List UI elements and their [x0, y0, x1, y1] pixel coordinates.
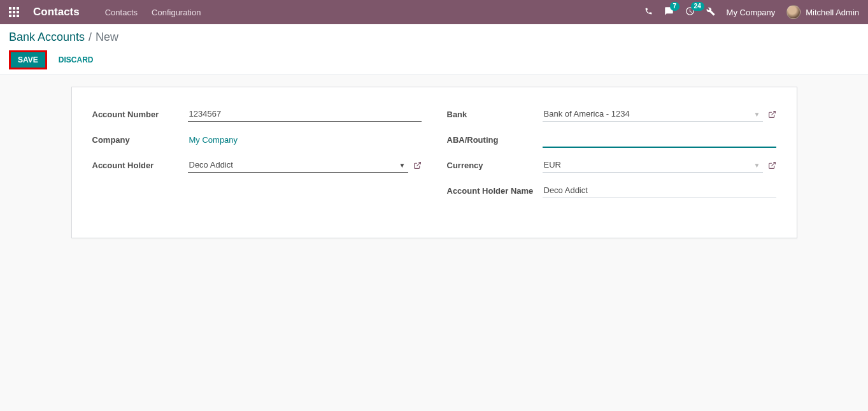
row-account-number: Account Number — [92, 105, 422, 123]
svg-line-2 — [771, 162, 775, 166]
label-account-holder: Account Holder — [92, 161, 188, 170]
label-currency: Currency — [447, 161, 543, 170]
row-bank: Bank ▼ — [447, 105, 776, 123]
account-number-input[interactable] — [188, 106, 422, 122]
save-highlight: Save — [9, 50, 47, 69]
button-row: Save Discard — [9, 50, 859, 69]
breadcrumb-parent[interactable]: Bank Accounts — [9, 31, 85, 44]
external-link-icon[interactable] — [768, 110, 776, 119]
label-company: Company — [92, 135, 188, 145]
navbar: Contacts Contacts Configuration 7 24 My … — [0, 0, 868, 24]
row-aba-routing: ABA/Routing — [447, 131, 776, 148]
messages-badge: 7 — [670, 2, 680, 11]
nav-right: 7 24 My Company Mitchell Admin — [644, 5, 859, 19]
label-holder-name: Account Holder Name — [447, 186, 543, 196]
account-holder-input[interactable] — [188, 157, 408, 173]
form-col-left: Account Number Company My Company Accoun… — [92, 105, 422, 207]
currency-input[interactable] — [543, 157, 763, 173]
nav-item-configuration[interactable]: Configuration — [152, 8, 201, 17]
tools-icon[interactable] — [706, 7, 715, 18]
svg-line-1 — [771, 111, 775, 115]
phone-icon[interactable] — [644, 7, 653, 17]
label-aba-routing: ABA/Routing — [447, 135, 543, 145]
user-menu[interactable]: Mitchell Admin — [786, 5, 859, 19]
messaging-icon[interactable]: 7 — [664, 6, 674, 18]
external-link-icon[interactable] — [768, 161, 776, 169]
activities-icon[interactable]: 24 — [685, 6, 695, 18]
form-columns: Account Number Company My Company Accoun… — [92, 105, 776, 207]
nav-item-contacts[interactable]: Contacts — [105, 8, 138, 17]
control-bar: Bank Accounts / New Save Discard — [0, 24, 868, 75]
content-area: Account Number Company My Company Accoun… — [0, 75, 868, 250]
activities-badge: 24 — [691, 2, 704, 11]
discard-button[interactable]: Discard — [52, 52, 100, 68]
holder-name-input[interactable] — [543, 183, 776, 198]
breadcrumb: Bank Accounts / New — [9, 31, 859, 44]
avatar-icon — [786, 5, 800, 19]
label-account-number: Account Number — [92, 110, 188, 119]
company-link[interactable]: My Company — [188, 133, 239, 147]
nav-left: Contacts Contacts Configuration — [9, 6, 201, 18]
breadcrumb-sep: / — [89, 31, 92, 44]
aba-routing-input[interactable] — [543, 132, 776, 148]
svg-line-0 — [416, 162, 420, 166]
bank-input[interactable] — [543, 106, 763, 122]
row-company: Company My Company — [92, 131, 422, 148]
company-switcher[interactable]: My Company — [727, 8, 776, 17]
row-holder-name: Account Holder Name — [447, 182, 776, 199]
breadcrumb-current: New — [96, 31, 118, 44]
external-link-icon[interactable] — [413, 161, 422, 169]
apps-switcher-icon[interactable] — [9, 7, 19, 17]
row-account-holder: Account Holder ▼ — [92, 156, 422, 174]
user-name: Mitchell Admin — [806, 8, 859, 17]
form-col-right: Bank ▼ ABA/Routing Currency — [447, 105, 776, 207]
nav-menu: Contacts Configuration — [105, 8, 201, 17]
row-currency: Currency ▼ — [447, 156, 776, 174]
brand-title[interactable]: Contacts — [33, 6, 80, 18]
form-sheet: Account Number Company My Company Accoun… — [71, 87, 797, 238]
label-bank: Bank — [447, 110, 543, 119]
save-button[interactable]: Save — [11, 52, 45, 68]
